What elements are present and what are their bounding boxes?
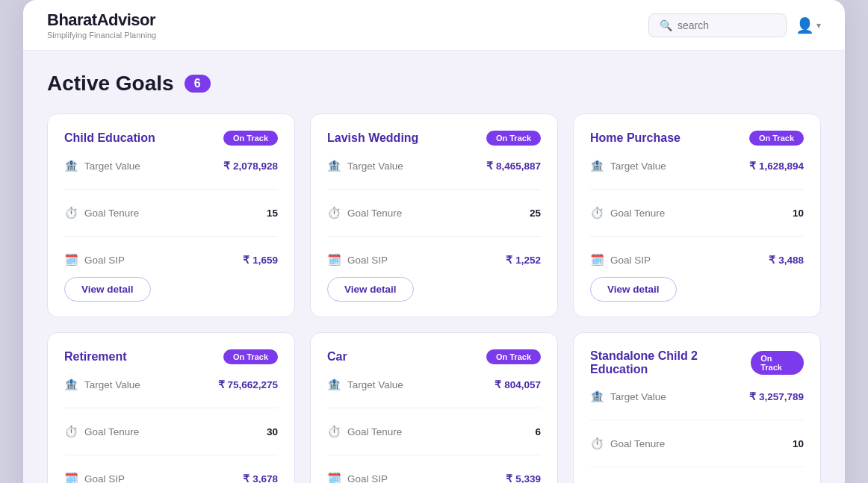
- divider: [64, 408, 278, 408]
- target-value: ₹ 2,078,928: [223, 160, 278, 172]
- goal-tenure-value: 25: [530, 208, 541, 219]
- goal-tenure-row: ⏱️ Goal Tenure 10: [590, 437, 804, 450]
- divider: [64, 455, 278, 455]
- target-value-label: Target Value: [84, 161, 140, 172]
- target-value-row: 🏦 Target Value ₹ 75,662,275: [64, 378, 278, 391]
- goal-tenure-icon: ⏱️: [590, 437, 604, 450]
- target-value-label: Target Value: [84, 379, 140, 390]
- goal-sip-icon: 🗓️: [327, 472, 341, 483]
- divider: [64, 189, 278, 190]
- goal-sip-value: ₹ 5,339: [506, 473, 541, 483]
- goal-sip-icon: 🗓️: [590, 253, 604, 267]
- goal-tenure-label: Goal Tenure: [610, 208, 665, 219]
- goal-sip-icon: 🗓️: [64, 472, 78, 483]
- on-track-badge: On Track: [749, 131, 804, 146]
- goal-tenure-icon: ⏱️: [64, 206, 78, 219]
- goal-tenure-row: ⏱️ Goal Tenure 15: [64, 206, 278, 219]
- page-title: Active Goals: [47, 72, 174, 96]
- goal-tenure-value: 10: [793, 438, 804, 449]
- on-track-badge: On Track: [486, 131, 541, 146]
- card-title: Car: [327, 350, 347, 364]
- goal-sip-value: ₹ 3,678: [243, 473, 278, 483]
- goal-tenure-label: Goal Tenure: [347, 208, 402, 219]
- target-value-icon: 🏦: [64, 159, 78, 172]
- target-value-label: Target Value: [347, 379, 403, 390]
- card-rows: 🏦 Target Value ₹ 2,078,928 ⏱️ Goal Tenur…: [64, 159, 278, 267]
- goal-tenure-label: Goal Tenure: [610, 438, 665, 449]
- goal-sip-label: Goal SIP: [347, 255, 388, 266]
- card-title: Child Education: [64, 131, 155, 145]
- divider: [590, 467, 804, 467]
- card-rows: 🏦 Target Value ₹ 8,465,887 ⏱️ Goal Tenur…: [327, 159, 541, 267]
- goal-tenure-value: 6: [535, 426, 541, 437]
- search-icon: 🔍: [660, 19, 672, 31]
- card-header: Home Purchase On Track: [590, 131, 804, 146]
- goal-card: Home Purchase On Track 🏦 Target Value ₹ …: [573, 113, 821, 317]
- goal-card: Child Education On Track 🏦 Target Value …: [47, 113, 295, 317]
- card-header: Child Education On Track: [64, 131, 278, 146]
- goal-tenure-icon: ⏱️: [64, 425, 78, 438]
- card-title: Lavish Wedding: [327, 131, 418, 145]
- goal-sip-icon: 🗓️: [327, 253, 341, 267]
- target-value: ₹ 8,465,887: [486, 160, 541, 172]
- goal-tenure-row: ⏱️ Goal Tenure 6: [327, 425, 541, 438]
- goal-tenure-label: Goal Tenure: [84, 208, 139, 219]
- header-right: 🔍 👤 ▾: [648, 13, 821, 37]
- target-value-icon: 🏦: [64, 378, 78, 391]
- goal-sip-row: 🗓️ Goal SIP ₹ 1,252: [327, 253, 541, 267]
- card-rows: 🏦 Target Value ₹ 804,057 ⏱️ Goal Tenure …: [327, 378, 541, 483]
- search-input[interactable]: [678, 19, 775, 31]
- goal-sip-value: ₹ 1,659: [243, 254, 278, 266]
- view-detail-button[interactable]: View detail: [590, 277, 677, 302]
- search-box[interactable]: 🔍: [648, 13, 787, 37]
- target-value-row: 🏦 Target Value ₹ 804,057: [327, 378, 541, 391]
- page-header: Active Goals 6: [47, 72, 821, 96]
- app-subtitle: Simplifying Financial Planning: [47, 31, 156, 40]
- user-icon: 👤: [796, 16, 814, 34]
- target-value-label: Target Value: [347, 161, 403, 172]
- goal-tenure-row: ⏱️ Goal Tenure 25: [327, 206, 541, 219]
- user-menu-button[interactable]: 👤 ▾: [796, 16, 821, 34]
- goal-sip-label: Goal SIP: [84, 255, 125, 266]
- chevron-down-icon: ▾: [816, 20, 821, 31]
- goal-card: Standalone Child 2 Education On Track 🏦 …: [573, 332, 821, 483]
- goal-tenure-row: ⏱️ Goal Tenure 10: [590, 206, 804, 219]
- app-title: BharatAdvisor: [47, 10, 156, 30]
- page-content: Active Goals 6 Child Education On Track …: [23, 51, 845, 483]
- card-header: Standalone Child 2 Education On Track: [590, 349, 804, 376]
- goal-sip-row: 🗓️ Goal SIP ₹ 1,659: [64, 253, 278, 267]
- goal-tenure-value: 30: [267, 426, 278, 437]
- target-value: ₹ 75,662,275: [218, 378, 278, 390]
- target-value-row: 🏦 Target Value ₹ 8,465,887: [327, 159, 541, 172]
- goal-sip-row: 🗓️ Goal SIP ₹ 3,488: [590, 253, 804, 267]
- goal-sip-value: ₹ 1,252: [506, 254, 541, 266]
- active-goals-count-badge: 6: [185, 75, 211, 93]
- card-rows: 🏦 Target Value ₹ 3,257,789 ⏱️ Goal Tenur…: [590, 390, 804, 483]
- on-track-badge: On Track: [223, 131, 278, 146]
- target-value-icon: 🏦: [327, 159, 341, 172]
- goal-tenure-row: ⏱️ Goal Tenure 30: [64, 425, 278, 438]
- goal-sip-row: 🗓️ Goal SIP ₹ 5,339: [327, 472, 541, 483]
- view-detail-button[interactable]: View detail: [64, 277, 151, 302]
- card-title: Home Purchase: [590, 131, 681, 145]
- divider: [327, 408, 541, 408]
- goal-sip-label: Goal SIP: [347, 473, 388, 484]
- divider: [590, 420, 804, 420]
- on-track-badge: On Track: [223, 349, 278, 364]
- target-value: ₹ 804,057: [495, 378, 541, 390]
- card-rows: 🏦 Target Value ₹ 1,628,894 ⏱️ Goal Tenur…: [590, 159, 804, 267]
- logo-block: BharatAdvisor Simplifying Financial Plan…: [47, 10, 156, 40]
- goal-sip-label: Goal SIP: [84, 473, 125, 484]
- view-detail-button[interactable]: View detail: [327, 277, 414, 302]
- target-value: ₹ 1,628,894: [749, 160, 804, 172]
- card-header: Retirement On Track: [64, 349, 278, 364]
- header: BharatAdvisor Simplifying Financial Plan…: [23, 0, 845, 51]
- goal-card: Car On Track 🏦 Target Value ₹ 804,057 ⏱️…: [310, 332, 558, 483]
- goal-card: Lavish Wedding On Track 🏦 Target Value ₹…: [310, 113, 558, 317]
- divider: [64, 236, 278, 237]
- card-rows: 🏦 Target Value ₹ 75,662,275 ⏱️ Goal Tenu…: [64, 378, 278, 483]
- goal-tenure-value: 10: [793, 208, 804, 219]
- divider: [327, 236, 541, 237]
- target-value-icon: 🏦: [590, 390, 604, 403]
- target-value-label: Target Value: [610, 161, 666, 172]
